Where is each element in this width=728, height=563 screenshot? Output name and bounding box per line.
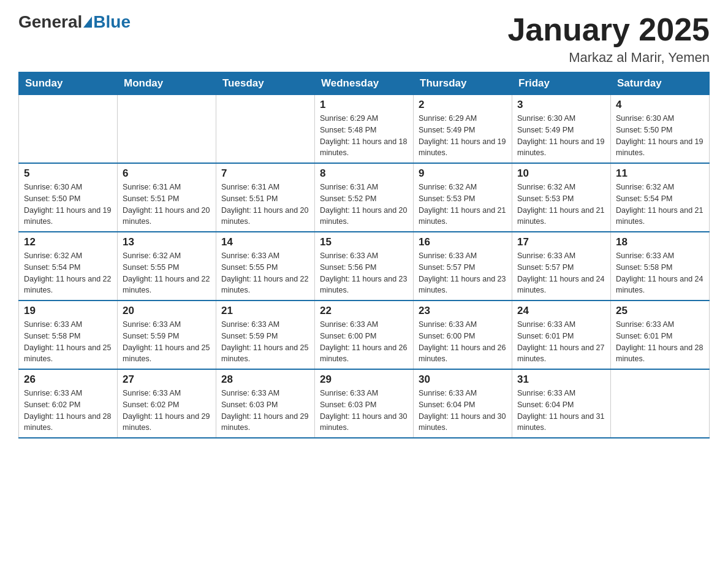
day-info: Sunrise: 6:30 AMSunset: 5:50 PMDaylight:… (24, 182, 112, 228)
calendar-cell: 10Sunrise: 6:32 AMSunset: 5:53 PMDayligh… (512, 163, 611, 232)
day-info: Sunrise: 6:33 AMSunset: 6:02 PMDaylight:… (24, 388, 112, 434)
day-number: 16 (419, 236, 507, 248)
day-info: Sunrise: 6:33 AMSunset: 5:58 PMDaylight:… (616, 250, 704, 296)
calendar-header: SundayMondayTuesdayWednesdayThursdayFrid… (19, 72, 710, 95)
calendar-cell: 11Sunrise: 6:32 AMSunset: 5:54 PMDayligh… (611, 163, 710, 232)
day-info: Sunrise: 6:30 AMSunset: 5:49 PMDaylight:… (517, 113, 605, 159)
day-number: 13 (123, 236, 211, 248)
day-info: Sunrise: 6:32 AMSunset: 5:53 PMDaylight:… (419, 182, 507, 228)
day-info: Sunrise: 6:29 AMSunset: 5:49 PMDaylight:… (419, 113, 507, 159)
calendar-cell (19, 95, 118, 164)
day-header-thursday: Thursday (414, 72, 512, 95)
day-number: 6 (123, 167, 211, 180)
day-info: Sunrise: 6:32 AMSunset: 5:53 PMDaylight:… (517, 182, 605, 228)
calendar-cell: 26Sunrise: 6:33 AMSunset: 6:02 PMDayligh… (19, 369, 118, 438)
calendar-cell: 4Sunrise: 6:30 AMSunset: 5:50 PMDaylight… (611, 95, 710, 164)
calendar-body: 1Sunrise: 6:29 AMSunset: 5:48 PMDaylight… (19, 95, 710, 439)
calendar-cell: 13Sunrise: 6:32 AMSunset: 5:55 PMDayligh… (118, 232, 216, 301)
day-number: 7 (221, 167, 309, 180)
day-info: Sunrise: 6:33 AMSunset: 5:55 PMDaylight:… (221, 250, 309, 296)
calendar-cell: 20Sunrise: 6:33 AMSunset: 5:59 PMDayligh… (118, 301, 216, 369)
day-info: Sunrise: 6:29 AMSunset: 5:48 PMDaylight:… (320, 113, 408, 159)
day-number: 27 (123, 373, 211, 386)
logo-triangle-icon (83, 17, 92, 28)
calendar-cell: 18Sunrise: 6:33 AMSunset: 5:58 PMDayligh… (611, 232, 710, 301)
day-info: Sunrise: 6:32 AMSunset: 5:54 PMDaylight:… (616, 182, 704, 228)
day-number: 30 (419, 373, 507, 386)
day-number: 28 (221, 373, 309, 386)
day-info: Sunrise: 6:32 AMSunset: 5:54 PMDaylight:… (24, 250, 112, 296)
day-number: 31 (517, 373, 605, 386)
day-number: 19 (24, 305, 112, 317)
calendar-cell: 30Sunrise: 6:33 AMSunset: 6:04 PMDayligh… (414, 369, 512, 438)
day-info: Sunrise: 6:33 AMSunset: 6:00 PMDaylight:… (320, 319, 408, 365)
day-number: 23 (419, 305, 507, 317)
calendar-cell: 5Sunrise: 6:30 AMSunset: 5:50 PMDaylight… (19, 163, 118, 232)
day-number: 5 (24, 167, 112, 180)
day-number: 25 (616, 305, 704, 317)
day-header-friday: Friday (512, 72, 611, 95)
day-info: Sunrise: 6:30 AMSunset: 5:50 PMDaylight:… (616, 113, 704, 159)
day-header-sunday: Sunday (19, 72, 118, 95)
day-number: 12 (24, 236, 112, 248)
calendar-cell (118, 95, 216, 164)
page-header: General Blue January 2025 Markaz al Mari… (18, 12, 710, 66)
day-header-saturday: Saturday (611, 72, 710, 95)
logo: General Blue (18, 12, 131, 32)
day-number: 18 (616, 236, 704, 248)
month-title: January 2025 (507, 12, 710, 47)
day-info: Sunrise: 6:33 AMSunset: 6:00 PMDaylight:… (419, 319, 507, 365)
calendar-cell: 3Sunrise: 6:30 AMSunset: 5:49 PMDaylight… (512, 95, 611, 164)
calendar-cell (611, 369, 710, 438)
calendar-cell: 6Sunrise: 6:31 AMSunset: 5:51 PMDaylight… (118, 163, 216, 232)
calendar-cell: 1Sunrise: 6:29 AMSunset: 5:48 PMDaylight… (315, 95, 414, 164)
day-info: Sunrise: 6:33 AMSunset: 6:04 PMDaylight:… (517, 388, 605, 434)
calendar-cell: 16Sunrise: 6:33 AMSunset: 5:57 PMDayligh… (414, 232, 512, 301)
calendar-cell: 15Sunrise: 6:33 AMSunset: 5:56 PMDayligh… (315, 232, 414, 301)
calendar-cell: 24Sunrise: 6:33 AMSunset: 6:01 PMDayligh… (512, 301, 611, 369)
calendar-cell: 31Sunrise: 6:33 AMSunset: 6:04 PMDayligh… (512, 369, 611, 438)
day-info: Sunrise: 6:33 AMSunset: 6:03 PMDaylight:… (320, 388, 408, 434)
day-info: Sunrise: 6:31 AMSunset: 5:51 PMDaylight:… (221, 182, 309, 228)
title-area: January 2025 Markaz al Marir, Yemen (507, 12, 710, 66)
day-headers-row: SundayMondayTuesdayWednesdayThursdayFrid… (19, 72, 710, 95)
day-number: 9 (419, 167, 507, 180)
day-info: Sunrise: 6:33 AMSunset: 6:03 PMDaylight:… (221, 388, 309, 434)
day-number: 14 (221, 236, 309, 248)
day-info: Sunrise: 6:31 AMSunset: 5:51 PMDaylight:… (123, 182, 211, 228)
calendar-cell: 9Sunrise: 6:32 AMSunset: 5:53 PMDaylight… (414, 163, 512, 232)
day-info: Sunrise: 6:32 AMSunset: 5:55 PMDaylight:… (123, 250, 211, 296)
day-number: 26 (24, 373, 112, 386)
day-number: 2 (419, 99, 507, 111)
calendar-cell: 19Sunrise: 6:33 AMSunset: 5:58 PMDayligh… (19, 301, 118, 369)
day-info: Sunrise: 6:33 AMSunset: 5:58 PMDaylight:… (24, 319, 112, 365)
day-info: Sunrise: 6:33 AMSunset: 6:02 PMDaylight:… (123, 388, 211, 434)
calendar-cell: 23Sunrise: 6:33 AMSunset: 6:00 PMDayligh… (414, 301, 512, 369)
week-row-5: 26Sunrise: 6:33 AMSunset: 6:02 PMDayligh… (19, 369, 710, 438)
day-info: Sunrise: 6:33 AMSunset: 5:57 PMDaylight:… (419, 250, 507, 296)
calendar-cell: 14Sunrise: 6:33 AMSunset: 5:55 PMDayligh… (216, 232, 315, 301)
day-info: Sunrise: 6:33 AMSunset: 5:57 PMDaylight:… (517, 250, 605, 296)
day-info: Sunrise: 6:33 AMSunset: 5:56 PMDaylight:… (320, 250, 408, 296)
day-info: Sunrise: 6:33 AMSunset: 6:01 PMDaylight:… (517, 319, 605, 365)
day-number: 22 (320, 305, 408, 317)
day-info: Sunrise: 6:33 AMSunset: 6:04 PMDaylight:… (419, 388, 507, 434)
day-info: Sunrise: 6:33 AMSunset: 5:59 PMDaylight:… (221, 319, 309, 365)
day-info: Sunrise: 6:31 AMSunset: 5:52 PMDaylight:… (320, 182, 408, 228)
calendar-cell: 21Sunrise: 6:33 AMSunset: 5:59 PMDayligh… (216, 301, 315, 369)
calendar-cell: 12Sunrise: 6:32 AMSunset: 5:54 PMDayligh… (19, 232, 118, 301)
week-row-3: 12Sunrise: 6:32 AMSunset: 5:54 PMDayligh… (19, 232, 710, 301)
location-subtitle: Markaz al Marir, Yemen (507, 50, 710, 66)
day-number: 29 (320, 373, 408, 386)
day-number: 20 (123, 305, 211, 317)
day-header-tuesday: Tuesday (216, 72, 315, 95)
day-number: 4 (616, 99, 704, 111)
day-number: 1 (320, 99, 408, 111)
calendar-cell: 29Sunrise: 6:33 AMSunset: 6:03 PMDayligh… (315, 369, 414, 438)
calendar-cell: 22Sunrise: 6:33 AMSunset: 6:00 PMDayligh… (315, 301, 414, 369)
day-number: 21 (221, 305, 309, 317)
day-header-monday: Monday (118, 72, 216, 95)
calendar-cell: 8Sunrise: 6:31 AMSunset: 5:52 PMDaylight… (315, 163, 414, 232)
day-info: Sunrise: 6:33 AMSunset: 6:01 PMDaylight:… (616, 319, 704, 365)
calendar-cell (216, 95, 315, 164)
